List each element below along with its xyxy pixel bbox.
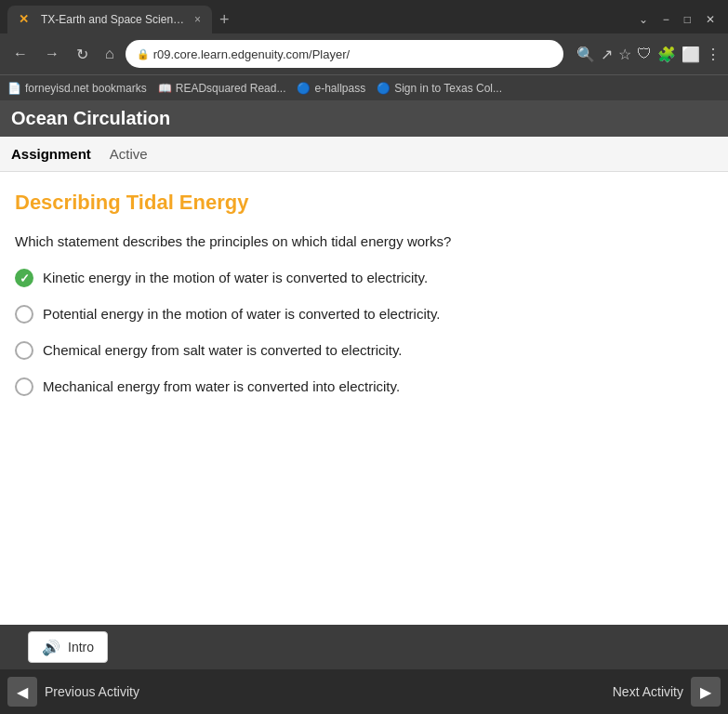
- forward-button[interactable]: →: [39, 42, 65, 66]
- answer-option-4[interactable]: Mechanical energy from water is converte…: [15, 377, 713, 396]
- bookmark-label-ehallpass: e-hallpass: [314, 82, 365, 95]
- extensions-icon[interactable]: 🧩: [657, 46, 676, 63]
- home-button[interactable]: ⌂: [99, 42, 120, 66]
- address-bar[interactable]: 🔒 r09.core.learn.edgenuity.com/Player/: [126, 40, 563, 68]
- prev-arrow-button[interactable]: ◀: [7, 677, 37, 707]
- answer-option-3[interactable]: Chemical energy from salt water is conve…: [15, 340, 713, 360]
- next-arrow-button[interactable]: ▶: [691, 677, 721, 707]
- window-controls: ⌄ − □ ✕: [633, 11, 721, 28]
- quiz-question: Which statement describes the principles…: [15, 233, 713, 249]
- prev-activity-section: ◀ Previous Activity: [0, 677, 139, 707]
- volume-icon: 🔊: [42, 639, 60, 656]
- content-area: Ocean Circulation Assignment Active Desc…: [0, 100, 728, 669]
- bookmark-ehallpass[interactable]: 🔵 e-hallpass: [297, 82, 365, 95]
- minimize-button[interactable]: −: [657, 11, 675, 28]
- next-activity-section: Next Activity ▶: [613, 677, 728, 707]
- lock-icon: 🔒: [137, 48, 150, 60]
- bookmark-label-readsquared: READsquared Read...: [176, 82, 286, 95]
- reload-button[interactable]: ↻: [71, 42, 94, 67]
- nav-bar: ← → ↻ ⌂ 🔒 r09.core.learn.edgenuity.com/P…: [0, 33, 728, 74]
- tab-close-button[interactable]: ×: [194, 13, 201, 26]
- quiz-title: Describing Tidal Energy: [15, 191, 713, 215]
- bookmark-icon-ehallpass: 🔵: [297, 82, 311, 95]
- shield-icon[interactable]: 🛡: [637, 46, 652, 62]
- assignment-label: Assignment: [11, 146, 91, 162]
- answer-option-1[interactable]: ✓ Kinetic energy in the motion of water …: [15, 268, 713, 287]
- bookmark-texas-col[interactable]: 🔵 Sign in to Texas Col...: [377, 82, 502, 95]
- answer-text-4: Mechanical energy from water is converte…: [43, 377, 400, 396]
- active-label: Active: [110, 146, 148, 162]
- bookmark-label-texas-col: Sign in to Texas Col...: [394, 82, 502, 95]
- split-view-icon[interactable]: ⬜: [682, 46, 700, 63]
- close-window-button[interactable]: ✕: [700, 11, 721, 28]
- bookmarks-bar: 📄 forneyisd.net bookmarks 📖 READsquared …: [0, 74, 728, 100]
- prev-activity-label[interactable]: Previous Activity: [45, 684, 139, 699]
- bottom-bars: 🔊 Intro ◀ Previous Activity Next Activit…: [0, 625, 728, 714]
- bookmark-star-icon[interactable]: ☆: [618, 46, 631, 63]
- new-tab-button[interactable]: +: [216, 11, 233, 28]
- answer-text-2: Potential energy in the motion of water …: [43, 304, 440, 324]
- answer-option-2[interactable]: Potential energy in the motion of water …: [15, 304, 713, 324]
- intro-label: Intro: [68, 640, 94, 654]
- bookmark-icon-forneyisd: 📄: [7, 82, 21, 95]
- restore-button[interactable]: □: [679, 11, 696, 28]
- back-button[interactable]: ←: [7, 42, 33, 66]
- dropdown-button[interactable]: ⌄: [633, 11, 654, 28]
- next-activity-label[interactable]: Next Activity: [613, 684, 683, 699]
- tab-favicon: ✕: [19, 12, 33, 27]
- address-text: r09.core.learn.edgenuity.com/Player/: [153, 47, 552, 61]
- tab-bar: ✕ TX-Earth and Space Science B - × + ⌄ −…: [0, 0, 728, 33]
- radio-button-4[interactable]: [15, 377, 33, 396]
- radio-button-3[interactable]: [15, 341, 33, 360]
- intro-button[interactable]: 🔊 Intro: [28, 631, 108, 663]
- answer-text-1: Kinetic energy in the motion of water is…: [43, 268, 428, 287]
- page-header-title: Ocean Circulation: [11, 108, 170, 128]
- google-search-icon[interactable]: 🔍: [576, 46, 595, 63]
- radio-button-2[interactable]: [15, 305, 33, 324]
- activity-nav-row: ◀ Previous Activity Next Activity ▶: [0, 669, 728, 714]
- radio-button-1[interactable]: ✓: [15, 269, 33, 287]
- share-icon[interactable]: ↗: [601, 46, 613, 63]
- quiz-container: Describing Tidal Energy Which statement …: [0, 172, 728, 618]
- bookmark-forneyisd[interactable]: 📄 forneyisd.net bookmarks: [7, 82, 147, 95]
- bookmark-label-forneyisd: forneyisd.net bookmarks: [25, 82, 147, 95]
- tab-title: TX-Earth and Space Science B -: [41, 13, 187, 26]
- answer-text-3: Chemical energy from salt water is conve…: [43, 340, 403, 360]
- intro-row: 🔊 Intro: [0, 625, 728, 669]
- active-tab[interactable]: ✕ TX-Earth and Space Science B - ×: [7, 6, 212, 33]
- bookmark-readsquared[interactable]: 📖 READsquared Read...: [158, 82, 286, 95]
- bookmark-icon-readsquared: 📖: [158, 82, 172, 95]
- checkmark-icon-1: ✓: [20, 271, 30, 285]
- page-header: Ocean Circulation: [0, 100, 728, 137]
- nav-icons: 🔍 ↗ ☆ 🛡 🧩 ⬜ ⋮: [576, 46, 721, 63]
- assignment-bar: Assignment Active: [0, 137, 728, 172]
- bookmark-icon-texas-col: 🔵: [377, 82, 390, 95]
- menu-icon[interactable]: ⋮: [706, 46, 721, 63]
